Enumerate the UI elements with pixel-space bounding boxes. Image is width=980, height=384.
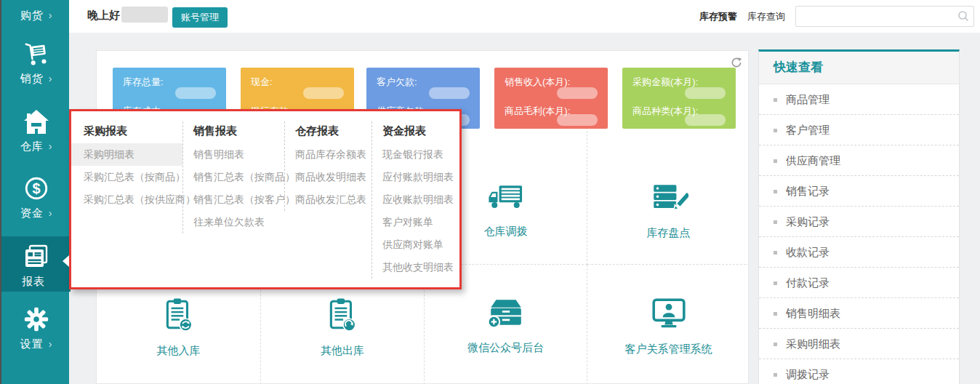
sidebar-item-label: 设置 (20, 337, 44, 350)
menu-item-payable-detail[interactable]: 应付账款明细表 (372, 166, 459, 188)
popup-column-title: 销售报表 (183, 121, 284, 143)
stat-value-redacted (557, 114, 598, 126)
sidebar-item-label: 销货 (20, 72, 44, 84)
popup-column-sales-reports: 销售报表 销售明细表 销售汇总表（按商品） 销售汇总表（按客户） 往来单位欠款表 (182, 121, 284, 233)
shortcut-label: 其他出库 (321, 344, 364, 358)
clipboard-out-icon (326, 297, 359, 332)
stat-value-redacted (175, 87, 216, 99)
menu-item-cash-bank-report[interactable]: 现金银行报表 (372, 143, 459, 166)
bullet-icon (774, 281, 777, 285)
popup-arrow-left-icon (63, 255, 69, 267)
search-input[interactable] (795, 6, 974, 27)
menu-item-purchase-detail[interactable]: 采购明细表 (71, 143, 182, 166)
quickview-item-label: 销售记录 (786, 185, 830, 197)
quickview-item-payment-records[interactable]: 付款记录 (759, 268, 959, 298)
gear-icon (23, 305, 50, 333)
quickview-item-label: 客户管理 (786, 124, 830, 136)
bullet-icon (774, 312, 777, 316)
stat-label: 客户欠款: (377, 76, 417, 89)
username-redacted (121, 7, 168, 23)
shortcut-label: 其他入库 (157, 344, 201, 358)
stat-value-redacted (429, 87, 470, 99)
quickview-item-purchase-detail[interactable]: 采购明细表 (759, 329, 959, 359)
popup-column-title: 仓存报表 (285, 121, 371, 143)
menu-item-purchase-summary-product[interactable]: 采购汇总表（按商品） (71, 166, 182, 188)
bullet-icon (774, 373, 777, 377)
popup-column-title: 资金报表 (372, 121, 459, 143)
menu-item-customer-statement[interactable]: 客户对账单 (372, 211, 459, 233)
stock-alert-link[interactable]: 库存预警 (699, 10, 737, 23)
shortcut-label: 仓库调拨 (484, 225, 528, 239)
chevron-right-icon: › (49, 9, 52, 21)
quickview-item-sales-records[interactable]: 销售记录 (759, 176, 959, 207)
topbar: 晚上好， 账号管理 库存预警 库存查询 (69, 0, 980, 33)
quickview-title: 快速查看 (759, 52, 959, 84)
stat-value-redacted (685, 87, 726, 99)
stock-query-link[interactable]: 库存查询 (747, 10, 785, 23)
popup-column-purchase-reports: 采购报表 采购明细表 采购汇总表（按商品） 采购汇总表（按供应商） (71, 121, 182, 211)
menu-item-receivable-detail[interactable]: 应收账款明细表 (372, 188, 459, 211)
menu-item-supplier-statement[interactable]: 供应商对账单 (372, 233, 459, 256)
stat-card-sales-month[interactable]: 销售收入(本月): 商品毛利(本月): (494, 68, 608, 129)
chevron-right-icon: › (49, 338, 52, 350)
crm-icon (650, 297, 688, 330)
account-manage-button[interactable]: 账号管理 (172, 7, 228, 28)
menu-item-other-income-expense[interactable]: 其他收支明细表 (372, 256, 459, 279)
menu-item-counterparty-arrears[interactable]: 往来单位欠款表 (183, 211, 284, 233)
sidebar-item-label: 购货 (20, 9, 44, 21)
quickview-panel: 快速查看 商品管理 客户管理 供应商管理 销售记录 采购记录 收款记录 付款记录… (758, 49, 960, 384)
refresh-icon[interactable] (731, 57, 742, 68)
quickview-item-label: 采购记录 (786, 215, 830, 228)
sidebar-item-purchase[interactable]: 购货› (1, 9, 71, 23)
chevron-right-icon: › (49, 207, 52, 219)
popup-columns: 采购报表 采购明细表 采购汇总表（按商品） 采购汇总表（按供应商） 销售报表 销… (71, 111, 459, 279)
bullet-icon (774, 129, 777, 132)
shortcut-label: 客户关系管理系统 (625, 343, 712, 356)
wechat-backend-icon (487, 297, 525, 329)
stat-card-purchase-month[interactable]: 采购金额(本月): 商品种类(本月): (622, 68, 736, 129)
quickview-item-label: 供应商管理 (786, 154, 840, 167)
inventory-check-icon (649, 182, 688, 214)
quickview-item-label: 商品管理 (786, 93, 830, 105)
sidebar-item-funds[interactable]: $ 资金› (1, 175, 71, 220)
svg-text:$: $ (32, 180, 40, 196)
shortcut-stock-check[interactable]: 库存盘点 (587, 131, 749, 265)
quickview-item-transfer-records[interactable]: 调拨记录 (759, 359, 959, 384)
sidebar-item-sales[interactable]: 销货› (1, 41, 71, 86)
quickview-item-customers[interactable]: 客户管理 (759, 115, 959, 145)
quickview-item-suppliers[interactable]: 供应商管理 (759, 145, 959, 176)
sidebar-item-settings[interactable]: 设置› (1, 305, 71, 351)
search-icon[interactable] (957, 10, 969, 22)
shortcut-label: 微信公众号后台 (467, 341, 544, 355)
menu-item-sales-summary-customer[interactable]: 销售汇总表（按客户） (183, 188, 284, 211)
quickview-item-receipt-records[interactable]: 收款记录 (759, 237, 959, 268)
quickview-item-products[interactable]: 商品管理 (759, 84, 959, 115)
popup-column-warehouse-reports: 仓存报表 商品库存余额表 商品收发明细表 商品收发汇总表 (284, 121, 371, 211)
menu-item-stock-inout-summary[interactable]: 商品收发汇总表 (285, 188, 371, 211)
quickview-item-purchase-records[interactable]: 采购记录 (759, 207, 959, 237)
menu-item-purchase-summary-supplier[interactable]: 采购汇总表（按供应商） (71, 188, 182, 211)
clipboard-in-icon (162, 297, 196, 332)
stat-value-redacted (303, 87, 344, 99)
sidebar: 购货› 销货› (0, 0, 69, 384)
menu-item-stock-inout-detail[interactable]: 商品收发明细表 (285, 166, 371, 188)
shortcut-crm-system[interactable]: 客户关系管理系统 (587, 265, 749, 384)
sidebar-item-warehouse[interactable]: 仓库› (1, 108, 71, 153)
cart-icon (23, 41, 50, 68)
quickview-item-label: 采购明细表 (786, 337, 840, 350)
reports-popup: 采购报表 采购明细表 采购汇总表（按商品） 采购汇总表（按供应商） 销售报表 销… (69, 109, 462, 289)
report-icon (22, 244, 51, 271)
stat-value-redacted (557, 87, 598, 99)
stat-label: 库存总量: (123, 76, 164, 89)
sidebar-item-reports[interactable]: 报表 (1, 236, 71, 292)
chevron-right-icon: › (49, 73, 52, 84)
menu-item-sales-summary-product[interactable]: 销售汇总表（按商品） (183, 166, 284, 188)
app-root: 购货› 销货› (0, 0, 980, 384)
bullet-icon (774, 98, 777, 102)
popup-column-fund-reports: 资金报表 现金银行报表 应付账款明细表 应收账款明细表 客户对账单 供应商对账单… (371, 121, 459, 279)
menu-item-stock-balance[interactable]: 商品库存余额表 (285, 143, 371, 166)
quickview-item-sales-detail[interactable]: 销售明细表 (759, 298, 959, 329)
bullet-icon (774, 251, 777, 255)
quickview-item-label: 付款记录 (786, 276, 830, 289)
menu-item-sales-detail[interactable]: 销售明细表 (183, 143, 284, 166)
